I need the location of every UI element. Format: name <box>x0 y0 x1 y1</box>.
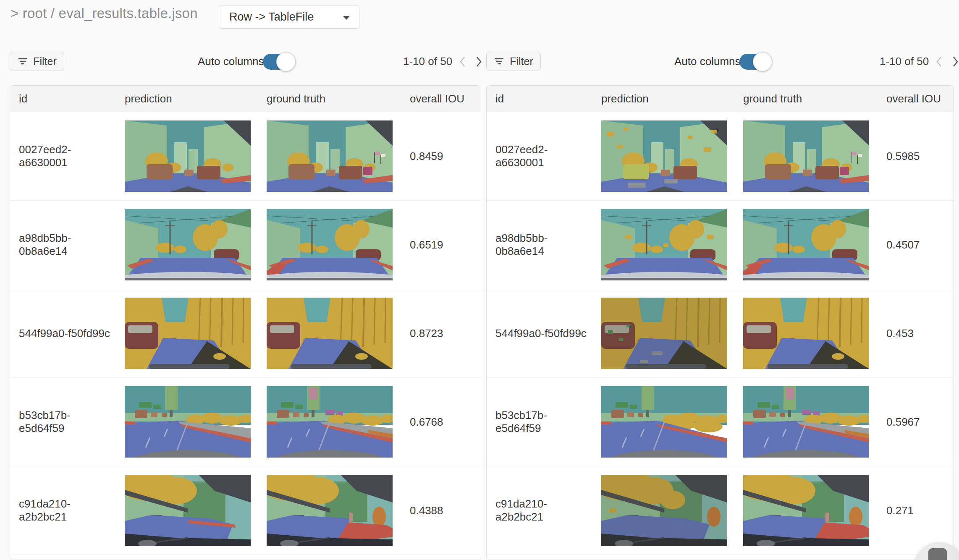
ground-truth-cell <box>258 386 400 458</box>
chevron-left-icon <box>935 55 943 68</box>
prediction-cell <box>592 386 734 458</box>
ground-truth-image[interactable] <box>267 386 393 458</box>
row-type-dropdown[interactable]: Row -> TableFile <box>219 5 359 29</box>
row-id-cell: b53cb17b-e5d64f59 <box>487 409 592 435</box>
chevron-right-icon <box>475 55 482 68</box>
row-id-cell: 544f99a0-f50fd99c <box>10 327 116 340</box>
ground-truth-cell <box>258 475 400 546</box>
prediction-image[interactable] <box>125 298 251 369</box>
auto-columns-label: Auto columns <box>674 52 741 71</box>
ground-truth-image[interactable] <box>267 120 393 192</box>
toggle-knob <box>276 52 296 71</box>
prediction-image[interactable] <box>125 209 251 280</box>
column-header-prediction[interactable]: prediction <box>592 86 734 112</box>
prediction-image[interactable] <box>601 475 727 546</box>
row-id-cell: 0027eed2-a6630001 <box>487 143 592 169</box>
table-panel: Filter Auto columns 1-10 of 50 id predi <box>10 52 481 71</box>
column-header-id[interactable]: id <box>487 86 592 112</box>
table-header-row: id prediction ground truth overall IOU <box>487 86 954 112</box>
column-header-ground-truth[interactable]: ground truth <box>734 86 876 112</box>
ground-truth-cell <box>734 475 876 546</box>
column-header-overall-iou[interactable]: overall IOU <box>400 86 481 112</box>
table-row-partial <box>487 555 954 560</box>
overall-iou-cell: 0.271 <box>876 504 954 517</box>
column-header-prediction[interactable]: prediction <box>116 86 258 112</box>
dropdown-selected-value: Row -> TableFile <box>229 10 314 24</box>
ground-truth-cell <box>734 386 876 458</box>
filter-button-label: Filter <box>510 55 533 68</box>
prediction-image[interactable] <box>601 298 727 369</box>
results-table: id prediction ground truth overall IOU 0… <box>10 85 481 560</box>
prediction-image[interactable] <box>601 120 727 192</box>
prediction-cell <box>592 120 734 192</box>
auto-columns-toggle[interactable] <box>263 54 294 70</box>
table-body: 0027eed2-a6630001 0.8459 a98db5bb-0b8a6e… <box>10 112 481 560</box>
prediction-image[interactable] <box>601 386 727 458</box>
prediction-cell <box>116 120 258 192</box>
next-page-button[interactable] <box>950 55 959 68</box>
next-page-button[interactable] <box>473 55 484 68</box>
filter-button[interactable]: Filter <box>486 52 541 71</box>
ground-truth-cell <box>258 209 400 280</box>
table-row: b53cb17b-e5d64f59 0.6768 <box>10 378 481 466</box>
table-body: 0027eed2-a6630001 0.5985 a98db5bb-0b8a6e… <box>487 112 954 560</box>
scroll-fab-icon <box>928 548 947 560</box>
breadcrumb[interactable]: > root / eval_results.table.json <box>10 5 198 21</box>
ground-truth-image[interactable] <box>267 209 393 280</box>
prediction-image[interactable] <box>601 209 727 280</box>
prev-page-button[interactable] <box>934 55 945 68</box>
prediction-image[interactable] <box>125 120 251 192</box>
overall-iou-cell: 0.5967 <box>876 416 954 429</box>
prediction-cell <box>116 475 258 546</box>
overall-iou-cell: 0.4507 <box>876 238 954 251</box>
filter-button-label: Filter <box>33 55 57 68</box>
ground-truth-image[interactable] <box>743 120 869 192</box>
overall-iou-cell: 0.4388 <box>400 504 481 517</box>
row-id-cell: a98db5bb-0b8a6e14 <box>10 232 116 258</box>
panel-controls: Filter Auto columns 1-10 of 50 <box>10 52 481 71</box>
ground-truth-image[interactable] <box>743 209 869 280</box>
ground-truth-image[interactable] <box>743 386 869 458</box>
table-row: a98db5bb-0b8a6e14 0.4507 <box>487 201 954 289</box>
chevron-left-icon <box>459 55 466 68</box>
ground-truth-cell <box>734 120 876 192</box>
row-id-cell: b53cb17b-e5d64f59 <box>10 409 116 435</box>
table-row: 544f99a0-f50fd99c 0.453 <box>487 289 954 378</box>
row-id-cell: c91da210-a2b2bc21 <box>10 497 116 523</box>
ground-truth-cell <box>734 298 876 369</box>
overall-iou-cell: 0.453 <box>876 327 954 340</box>
prediction-cell <box>116 209 258 280</box>
auto-columns-label: Auto columns <box>198 52 264 71</box>
prediction-image[interactable] <box>125 475 251 546</box>
prev-page-button[interactable] <box>457 55 468 68</box>
toggle-knob <box>753 52 772 71</box>
row-id-cell: a98db5bb-0b8a6e14 <box>487 232 592 258</box>
table-row: 0027eed2-a6630001 0.8459 <box>10 112 481 201</box>
ground-truth-image[interactable] <box>743 298 869 369</box>
row-id-cell: 544f99a0-f50fd99c <box>487 327 592 340</box>
table-row: a98db5bb-0b8a6e14 0.6519 <box>10 201 481 289</box>
results-table: id prediction ground truth overall IOU 0… <box>486 85 954 560</box>
column-header-overall-iou[interactable]: overall IOU <box>876 86 954 112</box>
ground-truth-image[interactable] <box>743 475 869 546</box>
table-row: 544f99a0-f50fd99c 0.8723 <box>10 289 481 378</box>
row-id-cell: 0027eed2-a6630001 <box>10 143 116 169</box>
column-header-id[interactable]: id <box>10 86 116 112</box>
prediction-cell <box>116 298 258 369</box>
panel-controls: Filter Auto columns 1-10 of 50 <box>486 52 954 71</box>
filter-icon <box>17 57 28 65</box>
overall-iou-cell: 0.5985 <box>876 150 954 163</box>
ground-truth-image[interactable] <box>267 298 393 369</box>
ground-truth-cell <box>258 120 400 192</box>
prediction-cell <box>116 386 258 458</box>
filter-button[interactable]: Filter <box>10 52 64 71</box>
table-row: b53cb17b-e5d64f59 0.5967 <box>487 378 954 466</box>
prediction-cell <box>592 209 734 280</box>
ground-truth-image[interactable] <box>267 475 393 546</box>
chevron-down-icon <box>343 16 350 20</box>
table-panel: Filter Auto columns 1-10 of 50 id predi <box>486 52 954 71</box>
column-header-ground-truth[interactable]: ground truth <box>258 86 400 112</box>
overall-iou-cell: 0.6768 <box>400 416 481 429</box>
auto-columns-toggle[interactable] <box>739 54 770 70</box>
prediction-image[interactable] <box>125 386 251 458</box>
